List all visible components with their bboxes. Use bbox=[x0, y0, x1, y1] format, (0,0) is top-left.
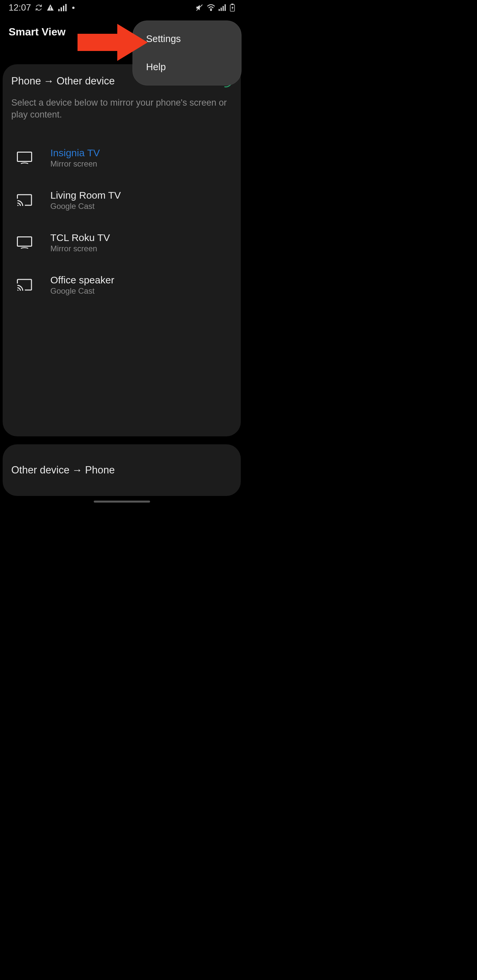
status-right bbox=[195, 4, 235, 11]
device-item-office-speaker[interactable]: Office speaker Google Cast bbox=[11, 264, 232, 306]
direction-to: Phone bbox=[85, 464, 115, 476]
arrow-right-icon: → bbox=[44, 75, 54, 87]
main-card: Phone → Other device Select a device bel… bbox=[3, 64, 241, 436]
device-name: Living Room TV bbox=[50, 190, 121, 201]
cast-icon bbox=[14, 194, 34, 207]
tv-icon bbox=[14, 152, 34, 164]
device-item-insignia[interactable]: Insignia TV Mirror screen bbox=[11, 137, 232, 179]
svg-rect-15 bbox=[18, 237, 32, 246]
device-name: Insignia TV bbox=[50, 147, 100, 159]
device-name: Office speaker bbox=[50, 274, 114, 286]
dot-icon bbox=[72, 6, 75, 9]
device-item-tcl[interactable]: TCL Roku TV Mirror screen bbox=[11, 221, 232, 264]
device-list: Insignia TV Mirror screen Living Room TV… bbox=[11, 137, 232, 306]
status-bar: 12:07 bbox=[0, 0, 244, 15]
device-name: TCL Roku TV bbox=[50, 232, 110, 243]
arrow-right-icon: → bbox=[72, 464, 83, 476]
device-sub: Google Cast bbox=[50, 286, 114, 296]
page-title: Smart View bbox=[9, 26, 65, 38]
svg-rect-11 bbox=[225, 4, 226, 11]
svg-rect-4 bbox=[63, 6, 64, 11]
device-item-living-room[interactable]: Living Room TV Google Cast bbox=[11, 179, 232, 221]
device-sub: Mirror screen bbox=[50, 244, 110, 253]
svg-rect-13 bbox=[231, 4, 233, 5]
section-description: Select a device below to mirror your pho… bbox=[11, 97, 232, 121]
svg-rect-9 bbox=[221, 8, 222, 11]
signal-secondary-icon bbox=[219, 4, 227, 11]
direction-title: Phone → Other device bbox=[11, 75, 115, 87]
direction-title-reverse: Other device → Phone bbox=[11, 464, 115, 476]
cast-icon bbox=[14, 279, 34, 291]
direction-from: Other device bbox=[11, 464, 70, 476]
svg-rect-10 bbox=[223, 6, 224, 11]
direction-from: Phone bbox=[11, 75, 41, 87]
battery-charging-icon bbox=[230, 4, 235, 11]
device-sub: Mirror screen bbox=[50, 159, 100, 169]
menu-item-help[interactable]: Help bbox=[133, 53, 241, 81]
svg-rect-8 bbox=[219, 9, 220, 11]
menu-item-settings[interactable]: Settings bbox=[133, 25, 241, 53]
nav-handle[interactable] bbox=[94, 501, 150, 503]
svg-rect-0 bbox=[50, 6, 51, 9]
wifi-icon bbox=[207, 4, 215, 11]
svg-rect-3 bbox=[61, 7, 62, 11]
svg-rect-2 bbox=[58, 9, 60, 11]
bottom-card[interactable]: Other device → Phone bbox=[3, 444, 241, 496]
svg-rect-5 bbox=[65, 4, 67, 11]
svg-point-7 bbox=[211, 10, 212, 11]
sync-icon bbox=[35, 4, 42, 11]
mute-icon bbox=[195, 4, 203, 11]
svg-rect-14 bbox=[18, 152, 32, 161]
direction-to: Other device bbox=[57, 75, 115, 87]
svg-rect-1 bbox=[50, 9, 51, 10]
signal-icon bbox=[58, 4, 67, 11]
status-left: 12:07 bbox=[9, 3, 75, 13]
warning-icon bbox=[46, 4, 54, 11]
clock: 12:07 bbox=[9, 3, 31, 13]
tv-icon bbox=[14, 236, 34, 249]
device-sub: Google Cast bbox=[50, 202, 121, 211]
overflow-menu: Settings Help bbox=[132, 21, 241, 86]
